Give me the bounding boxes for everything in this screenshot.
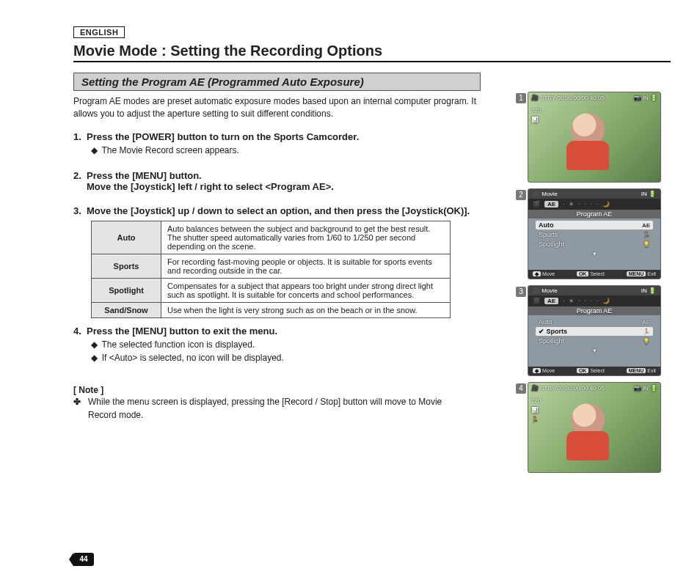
step-4a-text: The selected function icon is displayed. [101, 339, 255, 350]
step-4: 4.Press the [MENU] button to exit the me… [73, 326, 481, 337]
lcd-record-standby: 🎥 STBY 00:00:00/00:40:05 📷 IN 🔋 720 📊 [528, 92, 661, 183]
content-column: Setting the Program AE (Programmed Auto … [73, 73, 481, 422]
step-1-text: Press the [POWER] button to turn on the … [87, 131, 359, 142]
timecode: 00:00:00/00:40:05 [557, 95, 605, 101]
step-2a-text: Press the [MENU] button. [87, 170, 202, 181]
program-ae-table: AutoAuto balances between the subject an… [91, 221, 451, 318]
step-1-sub: ◆ The Movie Record screen appears. [91, 144, 481, 157]
ae-row-sports-h: Sports [92, 254, 161, 278]
step-2b-text: Move the [Joystick] left / right to sele… [87, 181, 334, 192]
figure-4: 4 🎥 STBY 00:00:00/00:40:05 📷 IN 🔋 720 📊 … [528, 382, 671, 473]
ae-row-auto-h: Auto [92, 221, 161, 254]
menu-item-auto: AutoAE [536, 317, 653, 326]
page-number-badge: 44 [73, 553, 94, 566]
ae-tab: AE [544, 201, 558, 207]
figure-3-badge: 3 [516, 287, 526, 297]
page-title: Movie Mode : Setting the Recording Optio… [73, 43, 671, 62]
menu-item-spotlight: Spotlight💡 [536, 240, 653, 249]
lcd-menu-sports: 🎥 MovieIN 🔋 🎬AE·☀····🌙 Program AE AutoAE… [528, 285, 661, 376]
step-1: 1.Press the [POWER] button to turn on th… [73, 131, 481, 142]
hint-move: Move [542, 271, 555, 276]
note-body: ✤While the menu screen is displayed, pre… [73, 395, 481, 422]
ae-row-auto-d: Auto balances between the subject and ba… [161, 221, 451, 254]
step-3-text: Move the [Joystick] up / down to select … [87, 205, 470, 216]
quality-icon: 📊 [531, 115, 541, 125]
storage-in: IN [643, 95, 649, 101]
lcd-menu-auto: 🎥 MovieIN 🔋 🎬AE·☀····🌙 Program AE AutoAE… [528, 188, 661, 279]
note-heading: [ Note ] [73, 385, 481, 395]
figure-2-badge: 2 [516, 190, 526, 200]
figure-1-badge: 1 [516, 93, 526, 103]
step-4b-text: If <Auto> is selected, no icon will be d… [102, 353, 284, 363]
stby-label: STBY [540, 95, 555, 101]
menu-item-sports: Sports🏃 [536, 230, 653, 239]
step-1-sub-text: The Movie Record screen appears. [101, 145, 238, 155]
figure-4-badge: 4 [516, 383, 526, 394]
res-icon: 720 [531, 106, 541, 115]
step-4-sub-b: ◆ If <Auto> is selected, no icon will be… [91, 351, 481, 364]
intro-text: Program AE modes are preset automatic ex… [73, 95, 481, 121]
figure-1: 1 🎥 STBY 00:00:00/00:40:05 📷 IN 🔋 720 📊 [528, 92, 671, 183]
ae-row-spotlight-d: Compensates for a subject that appears t… [161, 278, 451, 302]
ae-row-sandsnow-h: Sand/Snow [92, 302, 161, 317]
figure-2: 2 🎥 MovieIN 🔋 🎬AE·☀····🌙 Program AE Auto… [528, 188, 671, 279]
step-4-text: Press the [MENU] button to exit the menu… [87, 326, 277, 337]
section-heading: Setting the Program AE (Programmed Auto … [73, 73, 481, 91]
ae-row-sports-d: For recording fast-moving people or obje… [161, 254, 451, 278]
step-3: 3.Move the [Joystick] up / down to selec… [73, 205, 481, 216]
language-tag: ENGLISH [73, 26, 125, 38]
step-4-sub-a: ◆ The selected function icon is displaye… [91, 338, 481, 351]
menu-item-auto-sel: AutoAE [536, 221, 653, 229]
mode-label: Movie [542, 191, 557, 197]
lcd-record-with-icon: 🎥 STBY 00:00:00/00:40:05 📷 IN 🔋 720 📊 🏃 [528, 382, 661, 473]
hint-select: Select [590, 271, 604, 276]
illustration-column: 1 🎥 STBY 00:00:00/00:40:05 📷 IN 🔋 720 📊 … [528, 73, 671, 479]
sports-mode-icon: 🏃 [531, 415, 541, 425]
hint-exit: Exit [647, 271, 656, 276]
ae-row-sandsnow-d: Use when the light is very strong such a… [161, 302, 451, 317]
menu-item-spotlight-2: Spotlight💡 [536, 337, 653, 345]
note-text: While the menu screen is displayed, pres… [88, 395, 470, 422]
menu-header: Program AE [528, 210, 660, 218]
ae-row-spotlight-h: Spotlight [92, 278, 161, 302]
in-label: IN [641, 191, 647, 197]
menu-item-more: ▾ [536, 249, 653, 258]
figure-3: 3 🎥 MovieIN 🔋 🎬AE·☀····🌙 Program AE Auto… [528, 285, 671, 376]
quality-icon-2: 📊 [531, 405, 541, 415]
menu-item-more-2: ▾ [536, 346, 653, 355]
step-2: 2.Press the [MENU] button.Move the [Joys… [73, 170, 481, 192]
menu-item-sports-sel: ✔ Sports🏃 [536, 327, 653, 336]
